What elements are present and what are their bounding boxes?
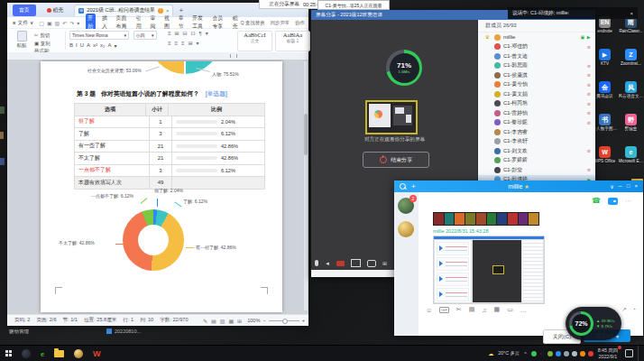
search-icon[interactable] [400,183,406,190]
tray-icon[interactable] [580,351,585,356]
quick-icon[interactable]: ↷ [69,20,74,26]
paste-button[interactable]: 粘贴 [13,31,31,49]
file-menu[interactable]: ≡文件∨ [13,19,33,27]
quick-icon[interactable]: ▣ [47,20,52,26]
member-row[interactable]: C1-黄兮怡 [478,80,595,90]
taskbar-clock[interactable]: 8:45 周四 2022/9/1 [598,347,621,358]
menu-tool[interactable]: 协作 [295,20,305,26]
member-row[interactable]: C1-黎珍妮 [478,118,595,128]
zoom-out-button[interactable]: − [262,318,265,323]
chat-tool-icon[interactable]: ✂ [456,306,462,313]
chat-tool-icon[interactable]: ♫ [482,307,486,313]
menu-tool[interactable]: Q 查找替换 [240,20,264,26]
file-explorer-icon[interactable] [54,350,64,357]
format-button[interactable]: x² [93,42,97,49]
alignment-button[interactable]: ≡ [168,41,171,47]
view-mode-icon[interactable]: ▤ [211,318,216,324]
format-button[interactable]: ▾ [114,42,116,49]
paragraph-button[interactable]: ⊟ [183,31,188,37]
member-row[interactable]: C1-彭莹 [478,165,595,175]
qq-taskbar-icon[interactable] [74,349,83,358]
group-avatar[interactable]: 2 [398,198,414,214]
view-mode-icon[interactable]: ▥ [220,318,225,324]
desktop-icon[interactable]: EN endnote [592,14,618,47]
format-button[interactable]: x₂ [100,42,105,49]
chat-tool-icon[interactable]: ▦ [494,306,501,313]
member-row[interactable]: C1-曾文迪 [478,51,595,61]
tray-icon[interactable] [564,351,569,356]
format-button[interactable]: U [80,42,84,49]
zoom-in-button[interactable]: + [302,318,305,323]
member-row[interactable]: C1-郭思雨 [478,61,595,71]
wps-taskbar-icon[interactable]: W [93,349,101,358]
member-row[interactable]: C1-黄文娟 [478,89,595,99]
chat-titlebar[interactable]: + millie ★ ∨─□× [394,180,643,192]
browser-icon[interactable]: e [41,349,44,358]
member-row[interactable]: C1-李依轩 [478,137,595,147]
share-preview-thumbnail[interactable] [365,100,418,134]
contact-avatar[interactable] [398,221,414,237]
font-family-select[interactable]: Times New Roma▾ [69,31,129,40]
more-icon[interactable]: ⋯ [625,198,632,205]
vertical-scrollbar[interactable] [304,61,308,310]
start-button[interactable] [5,350,12,356]
quick-icon[interactable]: ▢ [39,20,44,26]
tray-icon[interactable] [547,351,553,356]
window-control[interactable]: ─ [619,183,622,190]
zoom-slider-knob[interactable] [282,319,288,324]
member-row[interactable]: C1-刘文欢 [478,146,595,156]
tab-close-icon[interactable]: × [166,8,170,14]
copy-button[interactable]: ▣ 复制 [34,40,51,48]
cpu-monitor-ball[interactable]: 71% 1.6M/s [386,50,422,86]
format-button[interactable]: A [107,42,111,49]
chat-tool-icon[interactable]: ▤ [469,306,475,313]
paragraph-button[interactable]: ⊞ [175,31,179,37]
message-image-books[interactable] [433,212,539,226]
desktop-icon[interactable]: ▶ KTV [592,47,618,79]
camera-off-icon[interactable] [336,261,345,266]
window-control[interactable]: × [634,183,638,190]
close-icon[interactable]: × [630,11,633,16]
expand-icon[interactable]: ↗ [621,306,627,313]
paragraph-button[interactable]: ≡ [168,31,171,37]
menu-tool[interactable]: 同步异常 [271,20,290,26]
paragraph-button[interactable]: ¶ [199,31,202,37]
desktop-icon[interactable]: e Microsoft Edge [618,144,644,177]
speaker-icon[interactable]: ◄ [325,261,330,266]
view-mode-icon[interactable]: ▦ [228,318,234,324]
desktop-icon[interactable]: 雨 RainClassr... [618,14,644,47]
paragraph-button[interactable]: ▾ [206,31,208,37]
format-button[interactable]: I [76,42,78,49]
chat-tool-icon[interactable]: … [520,307,527,313]
desktop-icon[interactable]: W WPS Office [592,144,618,177]
tray-icon[interactable] [556,351,561,356]
view-mode-icon[interactable]: ✎ [203,318,207,324]
tab-docer[interactable]: 稻壳 [43,5,68,16]
meeting-app-icon[interactable] [22,349,31,358]
tray-icon[interactable] [572,351,577,356]
member-row[interactable]: C1-李吉睿 [478,127,595,137]
chat-tool-icon[interactable]: ☺ [426,307,432,313]
desktop-icon[interactable]: 野 野猫盒 [618,112,644,144]
weather-text[interactable]: 20°C 多云 [498,350,520,356]
alignment-button[interactable]: ≡ [181,41,185,47]
zoom-slider[interactable] [269,320,299,321]
desktop-icon[interactable]: Z ZoomInst... [618,47,644,79]
desktop-icon[interactable]: 书 个人数字图书馆3.1 [592,112,618,144]
member-row[interactable]: C1-罗娇娇 [478,156,595,166]
tab-home[interactable]: 首页 [13,5,36,16]
microphone-icon[interactable] [315,260,318,266]
quick-icon[interactable]: ▥ [55,20,60,26]
view-mode-icon[interactable]: ⊞ [237,318,242,324]
member-row[interactable]: C1-侯康淇 [478,70,595,80]
end-share-button[interactable]: 结束分享 [363,152,429,168]
window-control[interactable]: □ [627,183,630,190]
paragraph-button[interactable]: ⊡ [191,31,196,37]
tray-chevron-icon[interactable]: ^ [524,351,527,356]
alignment-button[interactable]: ▾ [197,41,199,47]
action-center-icon[interactable] [625,349,633,357]
tray-icon[interactable] [531,351,537,356]
window-control[interactable]: ∨ [610,183,613,190]
style-card[interactable]: AaBlAa 标题 1 [275,31,310,51]
weather-icon[interactable]: ☁ [488,350,493,356]
